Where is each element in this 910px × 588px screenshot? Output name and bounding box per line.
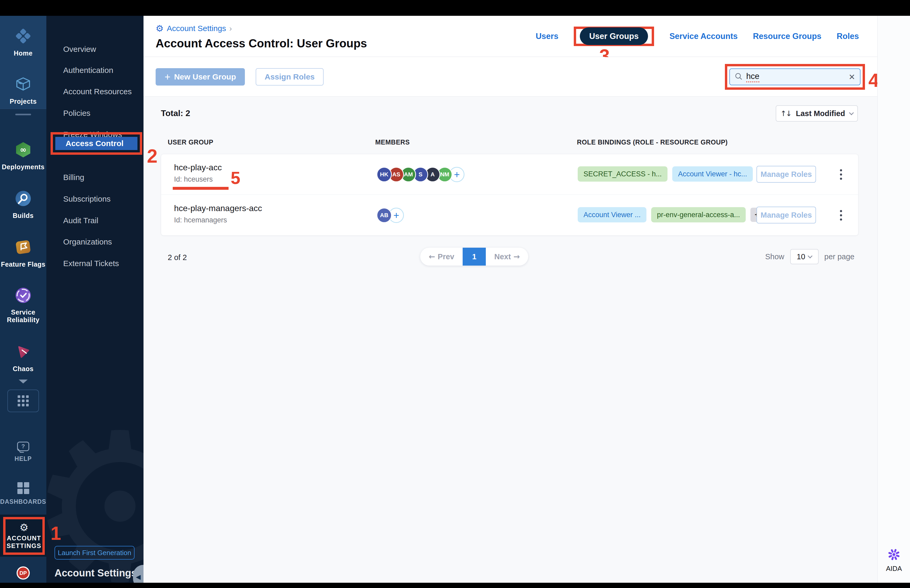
sidebar-item-dashboards[interactable]: DASHBOARDS [0,482,46,506]
tab-service-accounts[interactable]: Service Accounts [669,32,737,41]
sidebar-item-label: Home [14,49,32,57]
sort-dropdown[interactable]: ↑↓ Last Modified [776,105,858,121]
help-chat-icon: ? [17,442,29,451]
settings-nav-organizations[interactable]: Organizations [46,233,144,250]
chevron-down-icon [849,110,854,115]
main-content: ⚙ Account Settings › Account Access Cont… [144,16,877,583]
role-binding-tag[interactable]: Account Viewer ... [578,207,647,222]
user-group-id: Id: hcemanagers [174,216,227,224]
annotation-number-5: 5 [231,168,241,188]
svg-text:∞: ∞ [20,145,27,154]
member-avatars: HK AS AM S A NM + [377,167,464,182]
settings-nav: ⚙ Overview Authentication Account Resour… [46,16,144,583]
annotation-box-1[interactable]: ⚙ ACCOUNT SETTINGS [3,517,45,555]
settings-nav-access-control[interactable]: Access Control [55,137,137,150]
user-groups-table: hce-play-acc Id: hceusers 5 HK AS AM S A… [161,154,858,236]
sort-arrows-icon: ↑↓ [781,109,791,118]
next-page-button[interactable]: Next→ [486,248,528,266]
sidebar-item-home[interactable]: Home [0,27,46,57]
sidebar-item-label: Deployments [2,163,45,171]
settings-nav-billing[interactable]: Billing [46,169,144,186]
sidebar-item-deployments[interactable]: ∞ Deployments [0,141,46,171]
page-size-select[interactable]: 10 [790,249,819,264]
tab-roles[interactable]: Roles [837,32,859,41]
nav-expand-chevron[interactable] [0,380,46,383]
chevron-down-icon [19,380,27,383]
page-header: ⚙ Account Settings › Account Access Cont… [144,16,877,57]
grid-icon [18,395,29,406]
column-members: MEMBERS [375,139,410,146]
current-page-button[interactable]: 1 [462,248,486,266]
tab-user-groups[interactable]: User Groups [580,27,648,45]
deployments-icon: ∞ [15,141,32,159]
module-picker-button[interactable] [7,389,39,412]
home-icon [15,27,32,45]
assign-roles-button[interactable]: Assign Roles [256,68,323,86]
search-input[interactable]: hce ✕ [729,68,860,85]
table-row[interactable]: hce-play-acc Id: hceusers 5 HK AS AM S A… [161,154,858,195]
collapse-arrow-icon: ◀ [136,573,141,581]
breadcrumb[interactable]: ⚙ Account Settings › [156,24,232,33]
nav-divider [15,114,31,115]
page-size-control: Show 10 per page [765,249,855,264]
settings-nav-audit-trail[interactable]: Audit Trail [46,212,144,229]
settings-nav-policies[interactable]: Policies [46,105,144,121]
role-bindings: SECRET_ACCESS - h... Account Viewer - hc… [578,166,776,182]
chaos-icon [15,343,32,361]
pagination: ←Prev 1 Next→ [420,248,528,266]
sidebar-item-label: DASHBOARDS [0,498,46,506]
sidebar-item-label: Projects [10,97,37,105]
total-count: Total: 2 [161,108,190,118]
toolbar: + New User Group Assign Roles hce ✕ 4 [144,57,877,97]
row-menu-kebab-icon[interactable] [836,167,846,182]
sidebar-item-label: Builds [13,212,34,220]
sidebar-item-projects[interactable]: Projects [0,76,46,105]
role-binding-tag[interactable]: pr-env-general-access-a... [651,207,746,222]
role-bindings: Account Viewer ... pr-env-general-access… [578,207,769,222]
member-avatar[interactable]: AB [377,208,392,223]
manage-roles-button[interactable]: Manage Roles [756,207,816,223]
user-group-name[interactable]: hce-play-acc [174,163,222,173]
settings-nav-external-tickets[interactable]: External Tickets [46,255,144,272]
sidebar-item-service-reliability[interactable]: Service Reliability [0,287,46,324]
arrow-right-icon: → [514,252,520,261]
user-avatar[interactable]: DP [16,566,30,580]
manage-roles-button[interactable]: Manage Roles [756,166,816,183]
arrow-left-icon: ← [429,252,435,261]
settings-nav-account-resources[interactable]: Account Resources [46,83,144,100]
member-avatar[interactable]: HK [377,167,392,182]
aida-widget[interactable]: AIDA [878,548,910,573]
sidebar-item-account-settings: ACCOUNT SETTINGS [6,534,41,549]
role-binding-tag[interactable]: SECRET_ACCESS - h... [578,166,668,182]
gear-icon: ⚙ [156,24,163,33]
row-menu-kebab-icon[interactable] [836,208,846,223]
annotation-number-1: 1 [50,522,61,544]
tab-users[interactable]: Users [535,32,558,41]
dashboards-icon [18,482,29,494]
table-row[interactable]: hce-play-managers-acc Id: hcemanagers AB… [161,195,858,236]
sidebar-item-help[interactable]: ? HELP [0,442,46,463]
annotation-box-4: hce ✕ 4 [725,64,865,90]
tab-resource-groups[interactable]: Resource Groups [753,32,821,41]
sidebar-item-builds[interactable]: Builds [0,190,46,220]
search-value: hce [746,72,760,82]
settings-nav-overview[interactable]: Overview [46,41,144,58]
settings-nav-authentication[interactable]: Authentication [46,62,144,79]
sidebar-item-chaos[interactable]: Chaos [0,343,46,373]
new-user-group-button[interactable]: + New User Group [156,68,245,86]
settings-nav-subscriptions[interactable]: Subscriptions [46,191,144,207]
launch-first-generation-button[interactable]: Launch First Generation [55,546,134,560]
module-nav-rail: Home Projects ∞ Deployments Builds [0,16,46,583]
breadcrumb-link[interactable]: Account Settings [166,24,226,33]
annotation-box-2: Access Control [50,132,142,155]
per-page-label: per page [824,252,855,261]
sidebar-item-feature-flags[interactable]: Feature Flags [0,239,46,268]
clear-search-icon[interactable]: ✕ [849,73,855,82]
role-binding-tag[interactable]: Account Viewer - hc... [672,166,753,182]
right-rail: AIDA [877,16,910,583]
screen: Home Projects ∞ Deployments Builds [0,0,910,588]
user-group-name[interactable]: hce-play-managers-acc [174,204,262,213]
prev-page-button[interactable]: ←Prev [420,248,462,266]
builds-icon [15,190,32,208]
member-avatars: AB + [377,208,404,223]
